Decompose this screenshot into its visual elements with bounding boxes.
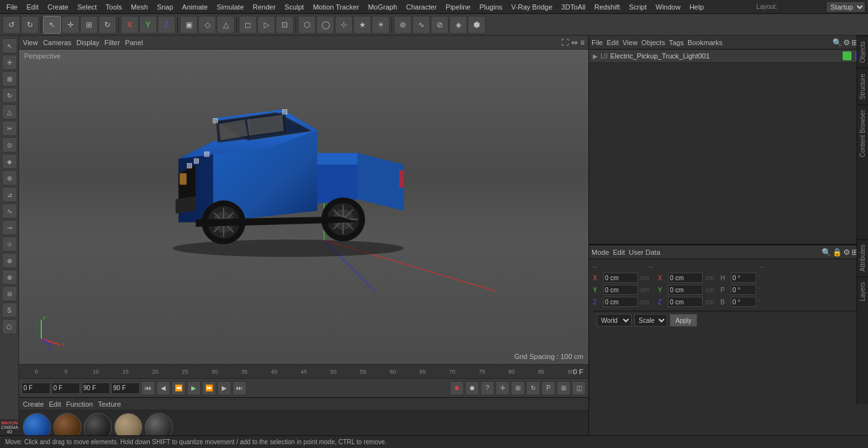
- z-size-input[interactable]: [668, 297, 703, 307]
- redo-button[interactable]: ↻: [21, 16, 39, 34]
- vp-settings-icon[interactable]: ≡: [580, 38, 585, 47]
- mat-edit-menu[interactable]: Edit: [49, 400, 61, 408]
- menu-sculpt[interactable]: Sculpt: [281, 2, 308, 12]
- h-input[interactable]: [731, 273, 756, 283]
- undo-button[interactable]: ↺: [3, 16, 20, 34]
- lt-magnet-button[interactable]: ⊛: [2, 170, 17, 186]
- menu-vray-bridge[interactable]: V-Ray Bridge: [508, 2, 557, 12]
- layout-select[interactable]: Startup: [826, 1, 865, 13]
- lt-brush-button[interactable]: ⊙: [2, 137, 17, 153]
- apply-button[interactable]: Apply: [670, 314, 697, 327]
- lt-tool3-button[interactable]: ⊗: [2, 269, 17, 285]
- help-button[interactable]: ?: [480, 381, 494, 395]
- lt-edge-button[interactable]: ⊸: [2, 220, 17, 235]
- goto-start-button[interactable]: ⏮: [141, 381, 155, 395]
- spline-button[interactable]: ∿: [412, 16, 430, 34]
- x-pos-input[interactable]: [603, 273, 638, 283]
- menu-3dtoall[interactable]: 3DToAll: [557, 2, 589, 12]
- scene-button[interactable]: ⬢: [468, 16, 485, 34]
- timeline[interactable]: 0 5 10 15 20 25 30 35 40 45 50 55 60 65 …: [19, 364, 588, 378]
- tl-70[interactable]: 70: [437, 369, 467, 375]
- frame-end-input[interactable]: [81, 383, 110, 394]
- tl-60[interactable]: 60: [378, 369, 408, 375]
- pb-scale-button[interactable]: ⊞: [511, 381, 525, 395]
- lt-select2-button[interactable]: ⊹: [2, 236, 17, 252]
- object-item-truck[interactable]: ▶ L0 Electric_Pickup_Truck_Light001: [589, 50, 868, 63]
- record-button[interactable]: ⏺: [450, 381, 464, 395]
- render-button[interactable]: ⊡: [276, 16, 294, 34]
- mat-create-menu[interactable]: Create: [23, 400, 44, 408]
- tl-65[interactable]: 65: [408, 369, 438, 375]
- menu-select[interactable]: Select: [74, 2, 101, 12]
- lt-move-button[interactable]: ✛: [2, 55, 17, 70]
- tl-50[interactable]: 50: [318, 369, 348, 375]
- menu-redshift[interactable]: Redshift: [590, 2, 623, 12]
- vtab-content-browser[interactable]: Content Browser: [857, 104, 868, 162]
- vtab-structure[interactable]: Structure: [857, 68, 868, 105]
- lt-select-button[interactable]: ↖: [2, 38, 17, 53]
- tl-5[interactable]: 5: [51, 369, 81, 375]
- vp-maximize-icon[interactable]: ⛶: [561, 38, 569, 47]
- tl-25[interactable]: 25: [170, 369, 200, 375]
- obj-objects-menu[interactable]: Objects: [641, 39, 665, 46]
- deformer-button[interactable]: ⊘: [431, 16, 449, 34]
- lt-paint-button[interactable]: ◈: [2, 154, 17, 169]
- x-size-input[interactable]: [668, 273, 703, 283]
- step-back-button[interactable]: ◀: [156, 381, 170, 395]
- lt-tool6-button[interactable]: ⬡: [2, 319, 17, 334]
- vtab-objects[interactable]: Objects: [857, 36, 868, 68]
- menu-script[interactable]: Script: [625, 2, 651, 12]
- obj-tags-menu[interactable]: Tags: [669, 39, 684, 46]
- polygons-mode-button[interactable]: △: [217, 16, 234, 34]
- lt-scale-button[interactable]: ⊞: [2, 71, 17, 86]
- pb-object-button[interactable]: P: [541, 381, 555, 395]
- auto-key-button[interactable]: ⏺: [465, 381, 479, 395]
- y-pos-input[interactable]: [603, 285, 638, 295]
- menu-simulate[interactable]: Simulate: [213, 2, 248, 12]
- pb-rotate-button[interactable]: ↻: [526, 381, 540, 395]
- vp-panel-menu[interactable]: Panel: [125, 39, 143, 46]
- render-view-button[interactable]: ▷: [257, 16, 275, 34]
- menu-tools[interactable]: Tools: [102, 2, 126, 12]
- attr-edit-menu[interactable]: Edit: [613, 248, 625, 256]
- pb-keyframe-button[interactable]: ⊞: [557, 381, 571, 395]
- attr-lock-icon[interactable]: 🔒: [832, 248, 842, 257]
- vp-view-menu[interactable]: View: [23, 39, 38, 46]
- pb-move-button[interactable]: ✛: [496, 381, 510, 395]
- vp-display-menu[interactable]: Display: [76, 39, 99, 46]
- null-button[interactable]: ⊚: [394, 16, 412, 34]
- vp-cameras-menu[interactable]: Cameras: [43, 39, 72, 46]
- expand-arrow-icon[interactable]: ▶: [593, 53, 598, 60]
- vtab-attributes[interactable]: Attributes: [857, 239, 868, 276]
- sphere-button[interactable]: ◯: [316, 16, 334, 34]
- lt-tool2-button[interactable]: ⊕: [2, 253, 17, 268]
- cube-button[interactable]: ⬡: [298, 16, 316, 34]
- menu-mograph[interactable]: MoGraph: [364, 2, 401, 12]
- lt-poly-button[interactable]: △: [2, 104, 17, 119]
- mode-select-button[interactable]: ↖: [43, 16, 61, 34]
- attr-settings-icon[interactable]: ⚙: [843, 248, 850, 257]
- tl-80[interactable]: 80: [497, 369, 527, 375]
- menu-mesh[interactable]: Mesh: [127, 2, 152, 12]
- menu-create[interactable]: Create: [44, 2, 72, 12]
- tl-45[interactable]: 45: [289, 369, 319, 375]
- tl-15[interactable]: 15: [111, 369, 140, 375]
- obj-settings-icon[interactable]: ⚙: [843, 38, 850, 47]
- menu-motion-tracker[interactable]: Motion Tracker: [309, 2, 363, 12]
- mat-function-menu[interactable]: Function: [66, 400, 93, 408]
- tl-0[interactable]: 0: [22, 369, 51, 375]
- menu-character[interactable]: Character: [402, 2, 440, 12]
- tl-55[interactable]: 55: [348, 369, 378, 375]
- points-mode-button[interactable]: ▣: [180, 16, 198, 34]
- move-button[interactable]: ✛: [62, 16, 79, 34]
- tl-35[interactable]: 35: [229, 369, 259, 375]
- frame-start-input[interactable]: [22, 383, 50, 394]
- obj-visibility-green[interactable]: [843, 51, 851, 60]
- menu-edit[interactable]: Edit: [23, 2, 43, 12]
- play-button[interactable]: ▶: [187, 381, 201, 395]
- frame-end2-input[interactable]: [111, 383, 140, 394]
- menu-render[interactable]: Render: [249, 2, 280, 12]
- attr-search-icon[interactable]: 🔍: [822, 248, 831, 257]
- z-pos-input[interactable]: [603, 297, 638, 307]
- frame-current-input[interactable]: [51, 383, 80, 394]
